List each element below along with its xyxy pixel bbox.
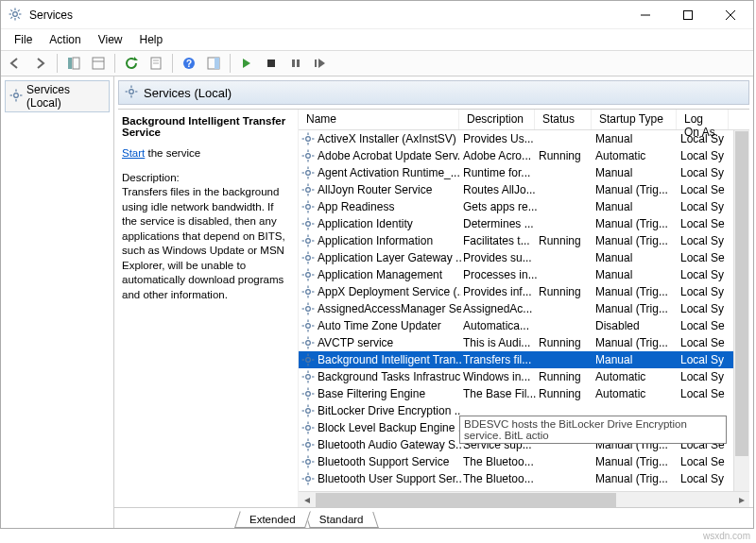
gear-icon — [301, 472, 316, 485]
cell-description: Determines ... — [461, 217, 537, 230]
export-list-button[interactable] — [87, 53, 110, 74]
properties-icon[interactable] — [145, 53, 167, 74]
service-row[interactable]: Application Layer Gateway ...Provides su… — [299, 249, 749, 266]
svg-point-73 — [306, 256, 311, 261]
separator — [57, 54, 58, 73]
list-title: Services (Local) — [144, 86, 232, 100]
service-row[interactable]: Application IdentityDetermines ...Manual… — [299, 215, 749, 232]
column-header[interactable]: Log On As — [677, 110, 729, 129]
svg-rect-14 — [73, 58, 79, 69]
tree-pane[interactable]: Services (Local) — [1, 76, 114, 528]
cell-name: Application Information — [316, 234, 461, 247]
cell-name: BitLocker Drive Encryption ... — [316, 404, 461, 417]
service-row[interactable]: ActiveX Installer (AxInstSV)Provides Us.… — [299, 130, 749, 147]
cell-startup: Disabled — [593, 319, 679, 332]
column-header[interactable]: Name — [299, 110, 459, 129]
svg-point-43 — [306, 154, 311, 159]
cell-status: Running — [537, 387, 593, 400]
cell-logon: Local Sy — [679, 302, 730, 315]
toolbar: ? — [1, 50, 753, 76]
maximize-button[interactable] — [666, 2, 709, 28]
service-row[interactable]: Bluetooth Support ServiceThe Bluetoo...M… — [299, 453, 749, 470]
service-row[interactable]: App ReadinessGets apps re...ManualLocal … — [299, 198, 749, 215]
cell-description: Gets apps re... — [461, 200, 537, 213]
cell-logon: Local Sy — [679, 370, 730, 383]
title-bar[interactable]: Services — [1, 1, 753, 29]
svg-point-83 — [306, 290, 311, 295]
cell-name: Application Identity — [316, 217, 461, 230]
refresh-button[interactable] — [120, 53, 143, 74]
stop-service-button[interactable] — [260, 53, 283, 74]
service-row[interactable]: Auto Time Zone UpdaterAutomatica...Disab… — [299, 317, 749, 334]
restart-service-button[interactable] — [309, 53, 332, 74]
column-header[interactable]: Description — [459, 110, 535, 129]
action-pane-icon[interactable] — [202, 53, 225, 74]
tab-standard[interactable]: Standard — [304, 512, 378, 528]
svg-line-8 — [18, 9, 20, 11]
cell-logon: Local Sy — [679, 149, 730, 162]
menu-action[interactable]: Action — [42, 31, 88, 48]
menu-help[interactable]: Help — [132, 31, 171, 48]
service-row[interactable]: AVCTP serviceThis is Audi...RunningManua… — [299, 334, 749, 351]
cell-name: AssignedAccessManager Se... — [316, 302, 461, 315]
cell-startup: Automatic — [593, 387, 679, 400]
close-button[interactable] — [709, 2, 751, 28]
help-button[interactable]: ? — [178, 53, 200, 74]
pause-service-button[interactable] — [284, 53, 307, 74]
service-row[interactable]: Agent Activation Runtime_...Runtime for.… — [299, 164, 749, 181]
service-row[interactable]: Base Filtering EngineThe Base Fil...Runn… — [299, 385, 749, 402]
service-row[interactable]: Application ManagementProcesses in...Man… — [299, 266, 749, 283]
svg-point-28 — [14, 93, 19, 97]
separator — [172, 54, 173, 73]
cell-startup: Manual (Trig... — [593, 455, 679, 468]
service-row[interactable]: Background Intelligent Tran...Transfers … — [299, 351, 749, 368]
svg-rect-24 — [267, 59, 275, 67]
service-row[interactable]: AppX Deployment Service (...Provides inf… — [299, 283, 749, 300]
tab-extended[interactable]: Extended — [234, 511, 310, 528]
service-row[interactable]: Application InformationFacilitates t...R… — [299, 232, 749, 249]
forward-button[interactable] — [29, 53, 52, 74]
svg-point-93 — [306, 324, 311, 329]
svg-point-0 — [13, 11, 18, 16]
gear-icon — [301, 183, 316, 196]
scroll-left-icon[interactable]: ◂ — [299, 493, 315, 507]
cell-logon: Local Sy — [679, 166, 730, 179]
vertical-scrollbar[interactable] — [733, 130, 749, 491]
window-title: Services — [29, 8, 624, 22]
back-button[interactable] — [5, 53, 27, 74]
service-row[interactable]: AssignedAccessManager Se...AssignedAc...… — [299, 300, 749, 317]
service-row[interactable]: AllJoyn Router ServiceRoutes AllJo...Man… — [299, 181, 749, 198]
column-header[interactable]: Startup Type — [592, 110, 677, 129]
svg-point-138 — [306, 477, 311, 482]
services-list[interactable]: NameDescriptionStatusStartup TypeLog On … — [298, 110, 749, 507]
horizontal-scrollbar[interactable]: ◂ ▸ — [299, 491, 749, 507]
cell-name: AllJoyn Router Service — [316, 183, 461, 196]
column-header[interactable]: Status — [535, 110, 592, 129]
services-app-icon — [9, 8, 24, 23]
service-row[interactable]: Bluetooth User Support Ser...The Bluetoo… — [299, 470, 749, 487]
svg-point-53 — [306, 188, 311, 193]
menu-file[interactable]: File — [7, 31, 40, 48]
start-service-button[interactable] — [235, 53, 258, 74]
svg-rect-15 — [93, 58, 104, 69]
service-row[interactable]: Adobe Acrobat Update Serv...Adobe Acro..… — [299, 147, 749, 164]
cell-description: Windows in... — [461, 370, 537, 383]
svg-point-33 — [129, 89, 134, 93]
service-row[interactable]: Background Tasks Infrastruc...Windows in… — [299, 368, 749, 385]
menu-bar: File Action View Help — [1, 29, 753, 50]
watermark: wsxdn.com — [703, 531, 750, 541]
cell-description: Adobe Acro... — [461, 149, 537, 162]
tree-node-services-local[interactable]: Services (Local) — [5, 80, 110, 112]
gear-icon — [301, 455, 316, 468]
scroll-right-icon[interactable]: ▸ — [733, 493, 749, 507]
minimize-button[interactable] — [624, 2, 666, 28]
svg-point-123 — [306, 426, 311, 431]
cell-logon: Local Sy — [679, 285, 730, 298]
start-service-link[interactable]: Start — [122, 147, 145, 159]
gear-icon — [301, 336, 316, 349]
menu-view[interactable]: View — [91, 31, 130, 48]
cell-logon: Local Se — [679, 455, 730, 468]
cell-description: The Bluetoo... — [461, 455, 537, 468]
cell-description: Provides Us... — [461, 132, 537, 145]
show-hide-tree-button[interactable] — [62, 53, 85, 74]
